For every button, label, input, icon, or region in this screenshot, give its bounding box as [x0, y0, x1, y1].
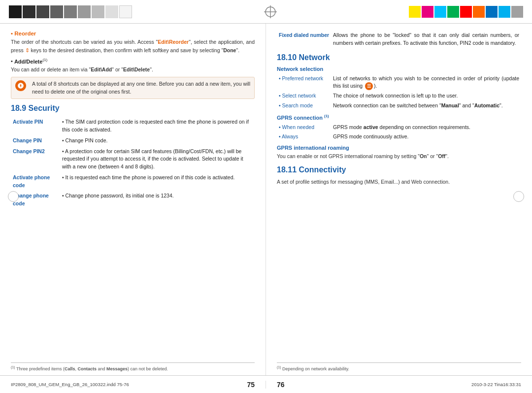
- select-network-text: The choice of network connection is left…: [331, 91, 521, 101]
- color-green: [447, 6, 459, 18]
- preferred-network-text: List of networks to which you wish to be…: [331, 74, 521, 92]
- manual-text: Manual: [441, 102, 459, 108]
- network-num: 18.10: [277, 53, 297, 62]
- connectivity-heading: 18.11 Connectivity: [277, 165, 521, 174]
- network-selection-heading: Network selection: [277, 66, 521, 72]
- header-color-bars-right: [409, 6, 523, 18]
- color-orange: [473, 6, 485, 18]
- footnote-right: (1) Depending on network availability.: [277, 360, 521, 372]
- footnote-messages: Messages: [106, 366, 128, 371]
- footer-left: IP2809_808_UM_GEM_Eng_GB_26_100322.indd …: [0, 381, 266, 389]
- header-color-bars-left: [9, 5, 132, 18]
- footnote-divider: [277, 362, 521, 363]
- color-block-1: [9, 5, 22, 18]
- security-num: 18.9: [11, 104, 26, 112]
- color-block-6: [78, 5, 91, 18]
- search-mode-label: • Search mode: [277, 101, 331, 111]
- table-row: • Select network The choice of network c…: [277, 91, 521, 101]
- table-row: Fixed dialed number Allows the phone to …: [277, 31, 521, 48]
- activate-phone-label: Activate phone code: [11, 172, 60, 191]
- footnote-contacts: Contacts: [77, 366, 97, 371]
- table-row: • Search mode Network connection can be …: [277, 101, 521, 111]
- table-row: Change phone code • Change phone passwor…: [11, 191, 255, 209]
- network-section: 18.10 Network Network selection • Prefer…: [277, 53, 521, 161]
- done-text: Done: [223, 47, 236, 53]
- footnote-left: (1) Three predefined items (Calls, Conta…: [11, 360, 255, 372]
- security-heading: 18.9 Security: [11, 104, 255, 113]
- table-row: Activate phone code • It is requested ea…: [11, 172, 255, 191]
- change-phone-label: Change phone code: [11, 191, 60, 209]
- security-section: 18.9 Security Activate PIN • The SIM car…: [11, 104, 255, 209]
- reorder-para: The order of the shortcuts can be varied…: [11, 38, 255, 55]
- edit-add-text: Edit\Add: [91, 66, 112, 72]
- color-gray: [511, 6, 523, 18]
- color-block-5: [64, 5, 77, 18]
- color-block-9: [119, 5, 132, 18]
- security-title: Security: [29, 104, 60, 112]
- table-row: • Always GPRS mode continuously active.: [277, 132, 521, 142]
- when-needed-text: GPRS mode active depending on connection…: [331, 123, 521, 132]
- page-left: Reorder The order of the shortcuts can b…: [0, 24, 266, 375]
- main-content: Reorder The order of the shortcuts can b…: [0, 24, 532, 375]
- footer-right: 76 2010-3-22 Tina16:33:31: [266, 381, 532, 389]
- reorder-section: Reorder The order of the shortcuts can b…: [11, 31, 255, 55]
- edit-delete-text: Edit\Delete: [123, 66, 150, 72]
- table-row: Change PIN2 • A protection code for cert…: [11, 146, 255, 172]
- page-right: Fixed dialed number Allows the phone to …: [266, 24, 532, 375]
- list-icon: ☰: [365, 82, 373, 90]
- page-number-right: 76: [277, 381, 285, 389]
- activate-phone-text: • It is requested each time the phone is…: [60, 172, 255, 191]
- change-pin-label: Change PIN: [11, 135, 60, 146]
- always-label: • Always: [277, 132, 331, 142]
- connectivity-text: A set of profile settings for messaging …: [277, 178, 521, 186]
- select-network-label: • Select network: [277, 91, 331, 101]
- fixed-dialed-text: Allows the phone to be "locked" so that …: [331, 31, 521, 48]
- preferred-network-label: • Preferred network: [277, 74, 331, 92]
- color-yellow: [409, 6, 421, 18]
- arrow-icon: ⇕: [25, 47, 30, 53]
- gprs-roaming-text: You can enable or not GPRS international…: [277, 153, 521, 161]
- activate-pin-label: Activate PIN: [11, 117, 60, 135]
- footnote-text: Depending on network availability.: [282, 366, 349, 371]
- edit-reorder-text: Edit\Reorder: [158, 39, 189, 45]
- footnote-sup: (1): [11, 365, 15, 369]
- network-selection-table: • Preferred network List of networks to …: [277, 74, 521, 111]
- footnote-text: Three predefined items (Calls, Contacts …: [16, 366, 168, 371]
- table-row: • Preferred network List of networks to …: [277, 74, 521, 92]
- color-block-7: [92, 5, 104, 18]
- add-delete-sup: (1): [42, 58, 47, 62]
- when-needed-label: • When needed: [277, 123, 331, 132]
- reorder-heading: Reorder: [11, 31, 255, 36]
- network-title: Network: [299, 53, 330, 62]
- info-text: A total of 8 shortcuts can be displayed …: [32, 80, 250, 96]
- reg-mark-right: [513, 191, 524, 202]
- page-number-left: 75: [247, 381, 255, 389]
- gprs-roaming-heading: GPRS international roaming: [277, 145, 521, 151]
- activate-pin-text: • The SIM card protection code is reques…: [60, 117, 255, 135]
- color-block-3: [36, 5, 49, 18]
- connectivity-section: 18.11 Connectivity A set of profile sett…: [277, 165, 521, 186]
- change-pin-text: • Change PIN code.: [60, 135, 255, 146]
- info-box: A total of 8 shortcuts can be displayed …: [11, 77, 255, 99]
- footnote-divider: [11, 362, 255, 363]
- color-light-blue: [499, 6, 510, 18]
- footer-date: 2010-3-22 Tina16:33:31: [471, 382, 521, 387]
- connectivity-title: Connectivity: [299, 165, 346, 174]
- active-text: active: [364, 124, 378, 130]
- reg-mark-left: [8, 191, 19, 202]
- connectivity-num: 18.11: [277, 165, 297, 174]
- color-block-2: [23, 5, 35, 18]
- add-delete-para: You can add or delete an item via "Edit\…: [11, 66, 255, 74]
- color-block-4: [50, 5, 63, 18]
- table-row: Change PIN • Change PIN code.: [11, 135, 255, 146]
- add-delete-heading: Add/Delete(1): [11, 58, 255, 65]
- gprs-table: • When needed GPRS mode active depending…: [277, 123, 521, 142]
- add-delete-label: Add/Delete: [14, 58, 42, 64]
- table-row: Activate PIN • The SIM card protection c…: [11, 117, 255, 135]
- always-text: GPRS mode continuously active.: [331, 132, 521, 142]
- fixed-dialed-table: Fixed dialed number Allows the phone to …: [277, 31, 521, 48]
- security-table: Activate PIN • The SIM card protection c…: [11, 117, 255, 209]
- list-icon-char: ☰: [367, 83, 371, 90]
- table-row: • When needed GPRS mode active depending…: [277, 123, 521, 132]
- footnote-sup: (1): [277, 365, 281, 369]
